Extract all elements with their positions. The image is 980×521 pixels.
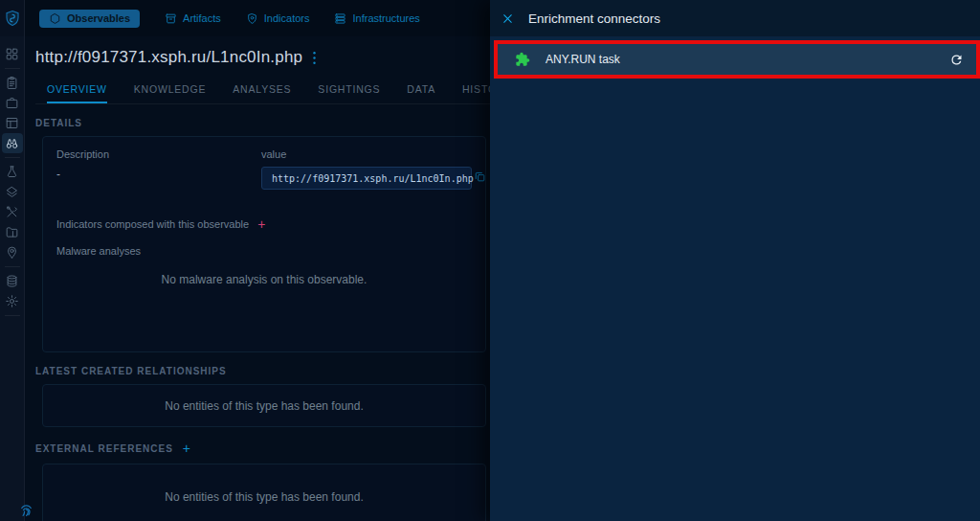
sidebar-divider	[5, 157, 20, 158]
entity-title: http://f0917371.xsph.ru/L1nc0In.php	[35, 48, 302, 67]
drawer-header: Enrichment connectors	[490, 0, 980, 36]
red-annotation-box: ANY.RUN task	[494, 40, 980, 79]
sidebar-item-settings[interactable]	[2, 291, 23, 311]
top-nav-label: Artifacts	[183, 12, 221, 24]
enrichment-drawer: Enrichment connectors ANY.RUN task	[490, 0, 980, 521]
value-label: value	[261, 148, 472, 160]
tab-data[interactable]: DATA	[407, 76, 435, 103]
tab-analyses[interactable]: ANALYSES	[233, 76, 291, 103]
sidebar-item-arsenal[interactable]	[2, 182, 23, 202]
locations-pin-icon	[5, 245, 19, 260]
copy-icon[interactable]	[474, 170, 486, 187]
relationships-empty-text: No entities of this type has been found.	[165, 399, 363, 413]
threats-flask-icon	[5, 165, 19, 179]
description-value: -	[56, 168, 261, 181]
sidebar-item-dashboard[interactable]	[2, 44, 23, 64]
observable-value: http://f0917371.xsph.ru/L1nc0In.php	[272, 173, 474, 184]
tab-sightings[interactable]: SIGHTINGS	[318, 76, 380, 103]
top-nav-label: Observables	[67, 12, 130, 24]
data-database-icon	[5, 274, 19, 288]
sidebar-menu	[0, 36, 24, 320]
shield-logo-icon	[4, 10, 21, 27]
server-icon	[334, 12, 346, 25]
top-nav-label: Infrastructures	[352, 12, 419, 24]
sidebar-item-techniques[interactable]	[2, 202, 23, 222]
sidebar-divider	[5, 315, 20, 316]
sidebar-item-threats[interactable]	[2, 162, 23, 182]
add-external-reference-plus-icon[interactable]: +	[183, 441, 191, 456]
hexagon-icon	[49, 12, 61, 25]
filigran-fingerprint-icon[interactable]	[17, 501, 35, 519]
sidebar-item-analyses[interactable]	[2, 73, 23, 93]
tab-overview[interactable]: OVERVIEW	[47, 76, 107, 103]
archive-icon	[165, 12, 177, 25]
arsenal-layers-icon	[5, 185, 19, 199]
sidebar-item-observations[interactable]	[2, 133, 23, 153]
connector-name: ANY.RUN task	[546, 53, 949, 66]
sidebar-divider	[5, 266, 20, 267]
analyses-clipboard-icon	[5, 76, 19, 90]
shield-icon	[246, 12, 258, 25]
settings-gear-icon	[5, 294, 19, 308]
sidebar-item-events[interactable]	[2, 113, 23, 133]
latest-relationships-card: No entities of this type has been found.	[42, 384, 486, 427]
sidebar-item-entities[interactable]	[2, 222, 23, 242]
top-nav-infrastructures[interactable]: Infrastructures	[334, 12, 419, 25]
sidebar-item-locations[interactable]	[2, 242, 23, 262]
indicators-composed-label: Indicators composed with this observable	[56, 218, 249, 230]
external-references-empty-text: No entities of this type has been found.	[165, 490, 363, 504]
top-nav-observables[interactable]: Observables	[39, 10, 140, 28]
add-indicator-plus-icon[interactable]: +	[257, 216, 265, 232]
dashboard-icon	[5, 47, 19, 61]
techniques-tools-icon	[5, 205, 19, 219]
drawer-title: Enrichment connectors	[528, 11, 660, 26]
description-label: Description	[56, 148, 261, 160]
details-card: Description - value http://f0917371.xsph…	[42, 136, 486, 352]
more-vert-icon[interactable]	[312, 51, 317, 65]
malware-analyses-label: Malware analyses	[56, 245, 472, 257]
refresh-icon[interactable]	[949, 53, 964, 67]
external-references-label: EXTERNAL REFERENCES	[35, 443, 173, 454]
left-sidebar	[0, 0, 25, 521]
opencti-logo[interactable]	[0, 0, 24, 36]
tab-knowledge[interactable]: KNOWLEDGE	[134, 76, 206, 103]
malware-empty-text: No malware analysis on this observable.	[56, 273, 472, 286]
connector-row-anyrun[interactable]: ANY.RUN task	[498, 44, 976, 75]
top-nav-label: Indicators	[264, 12, 310, 24]
entity-tabs: OVERVIEW KNOWLEDGE ANALYSES SIGHTINGS DA…	[35, 76, 493, 104]
top-nav-artifacts[interactable]: Artifacts	[165, 12, 221, 25]
opencti-app: Observables Artifacts Indicators Infrast…	[0, 0, 980, 521]
observable-value-chip[interactable]: http://f0917371.xsph.ru/L1nc0In.php	[261, 167, 472, 190]
puzzle-icon	[515, 52, 530, 67]
top-nav-indicators[interactable]: Indicators	[246, 12, 310, 25]
cases-briefcase-icon	[5, 96, 19, 110]
sidebar-divider	[5, 68, 20, 69]
sidebar-item-data[interactable]	[2, 271, 23, 291]
observations-binoculars-icon	[5, 136, 19, 150]
sidebar-item-cases[interactable]	[2, 93, 23, 113]
events-table-icon	[5, 116, 19, 130]
entities-folder-icon	[5, 225, 19, 239]
external-references-card: No entities of this type has been found.	[42, 464, 486, 521]
close-icon[interactable]	[501, 12, 514, 25]
